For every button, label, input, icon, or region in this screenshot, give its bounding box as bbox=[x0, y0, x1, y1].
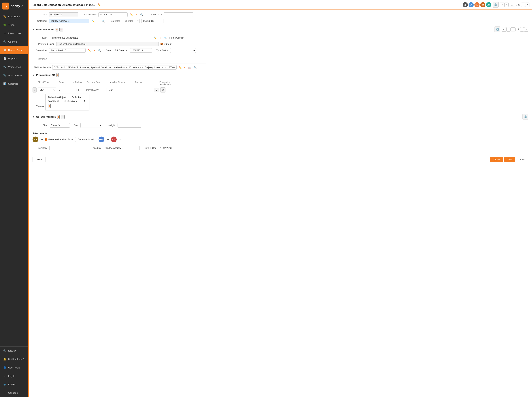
remarks-textarea[interactable] bbox=[49, 55, 206, 63]
sidebar-item-record-sets[interactable]: 📋 Record Sets bbox=[0, 46, 28, 54]
in-question-checkbox[interactable] bbox=[169, 37, 172, 39]
col-obj-attr-settings-button[interactable]: ⚙️ bbox=[522, 114, 528, 120]
cat-number-input[interactable] bbox=[49, 12, 78, 17]
sidebar-item-search[interactable]: 🔍 Search bbox=[0, 347, 28, 355]
weight-input[interactable] bbox=[118, 123, 141, 128]
count-input[interactable] bbox=[57, 88, 67, 92]
first-page-button[interactable]: « bbox=[500, 3, 504, 7]
remove-col-obj-attr-button[interactable]: — bbox=[61, 115, 64, 119]
search-accession-button[interactable]: 🔍 bbox=[140, 13, 144, 16]
col-obj-collapse-icon[interactable]: ▼ bbox=[32, 116, 35, 118]
date-edited-input[interactable]: 11/07/2013 bbox=[159, 146, 188, 150]
det-last-button[interactable]: » bbox=[524, 27, 528, 32]
delete-tissue-button[interactable]: 🗑 bbox=[83, 100, 86, 103]
add-taxon-button[interactable]: + bbox=[159, 36, 162, 40]
add-accession-button[interactable]: + bbox=[135, 13, 138, 16]
cat-date-input[interactable] bbox=[142, 19, 163, 23]
date-type-select[interactable]: Full Date bbox=[113, 48, 128, 53]
sidebar-item-queries[interactable]: 🔍 Queries bbox=[0, 37, 28, 46]
remove-determination-button[interactable]: — bbox=[59, 28, 63, 31]
edit-fieldno-button[interactable]: ✏️ bbox=[178, 66, 182, 69]
add-cataloger-button[interactable]: + bbox=[97, 19, 100, 23]
det-next-button[interactable]: › bbox=[520, 27, 524, 32]
sidebar-item-trees[interactable]: 🌿 Trees bbox=[0, 21, 28, 29]
det-prev-button[interactable]: ‹ bbox=[507, 27, 510, 32]
search-taxon-button[interactable]: 🔍 bbox=[163, 36, 168, 40]
on-loan-checkbox[interactable] bbox=[76, 89, 79, 91]
current-checkbox[interactable] bbox=[161, 43, 163, 45]
add-button[interactable]: Add bbox=[504, 157, 515, 162]
det-settings-button[interactable]: ⚙️ bbox=[494, 26, 500, 32]
obj-type-select[interactable]: EtOH bbox=[38, 87, 56, 92]
generate-label-button[interactable]: Generate Label bbox=[75, 137, 96, 142]
sidebar-item-interactions[interactable]: ⇄ Interactions bbox=[0, 29, 28, 37]
sidebar-item-login[interactable]: ← Log In bbox=[0, 372, 28, 380]
delete-prep-button[interactable]: 🗑 bbox=[160, 87, 165, 93]
cit-badge[interactable]: Cit bbox=[111, 136, 117, 142]
co-badge[interactable]: CO bbox=[474, 2, 480, 7]
co-badge[interactable]: Co bbox=[32, 136, 38, 142]
loc-badge[interactable]: Loc bbox=[486, 2, 491, 7]
add-record-button[interactable]: + bbox=[103, 3, 106, 6]
edit-record-button[interactable]: ✏️ bbox=[97, 3, 102, 6]
type-status-select[interactable] bbox=[170, 48, 196, 53]
cat-date-type-select[interactable]: Full Date Year Month/Year bbox=[122, 19, 140, 23]
accession-input[interactable] bbox=[98, 12, 128, 17]
cataloger-input[interactable] bbox=[49, 19, 89, 23]
dna-badge[interactable]: DNA bbox=[99, 136, 104, 142]
gen-label-checkbox[interactable] bbox=[45, 138, 47, 141]
edit-cataloger-button[interactable]: ✏️ bbox=[91, 19, 95, 23]
add-tissue-button[interactable]: + bbox=[48, 104, 51, 108]
delete-button[interactable]: Delete bbox=[32, 157, 46, 162]
edit-determiner-button[interactable]: ✏️ bbox=[88, 49, 91, 52]
edit-accession-button[interactable]: ✏️ bbox=[129, 13, 133, 16]
determiner-input[interactable]: Bloom, Devin D bbox=[49, 48, 86, 53]
save-button[interactable]: Save bbox=[517, 157, 528, 162]
settings-button[interactable]: ⚙️ bbox=[493, 2, 499, 8]
add-determination-button[interactable]: + bbox=[56, 28, 58, 31]
edit-taxon-button[interactable]: ✏️ bbox=[153, 36, 157, 40]
preferred-taxon-input[interactable]: Hoplerythrinus unitaeniatus bbox=[56, 42, 159, 46]
sex-select[interactable] bbox=[81, 123, 102, 128]
clone-button[interactable]: Clone bbox=[490, 157, 503, 162]
add-determiner-button[interactable]: + bbox=[93, 49, 96, 52]
add-col-obj-attr-button[interactable]: + bbox=[57, 115, 60, 119]
sidebar-item-user-tools[interactable]: 👤 User Tools bbox=[0, 363, 28, 372]
next-page-button[interactable]: › bbox=[521, 3, 525, 7]
det-page-input[interactable] bbox=[510, 27, 516, 31]
fieldno-input[interactable]: DDB 13-14: 2013-08-22: Suriname, Sipaliw… bbox=[52, 65, 177, 70]
sidebar-item-collapse[interactable]: ← Collapse bbox=[0, 389, 28, 397]
prep-collapse-icon[interactable]: ▼ bbox=[32, 74, 35, 76]
sidebar-item-reports[interactable]: 📄 Reports bbox=[0, 54, 28, 63]
inventory-input[interactable] bbox=[49, 146, 86, 150]
edited-by-input[interactable]: Bentley, Andrew C bbox=[103, 146, 140, 150]
prev-page-button[interactable]: ‹ bbox=[504, 3, 508, 7]
search-cataloger-button[interactable]: 🔍 bbox=[101, 19, 105, 23]
tax-badge[interactable]: Tax bbox=[480, 2, 485, 7]
taxon-input[interactable]: Hoplerythrinus unitaeniatus bbox=[49, 36, 151, 40]
search-fieldno-button[interactable]: 🔍 bbox=[193, 66, 197, 69]
sidebar-item-statistics[interactable]: 📊 Statistics bbox=[0, 80, 28, 88]
search-determiner-button[interactable]: 🔍 bbox=[98, 49, 102, 52]
det-first-button[interactable]: « bbox=[502, 27, 506, 32]
last-page-button[interactable]: » bbox=[525, 3, 529, 7]
sidebar-item-attachments[interactable]: 📎 Attachments bbox=[0, 71, 28, 80]
prev-exch-input[interactable] bbox=[164, 12, 193, 17]
sidebar-item-notifications[interactable]: 🔔 Notifications: 0 bbox=[0, 355, 28, 363]
det-collapse-icon[interactable]: ▼ bbox=[32, 28, 35, 31]
remove-record-button[interactable]: — bbox=[108, 3, 112, 6]
sidebar-item-workbench[interactable]: 🔧 WorkBench bbox=[0, 63, 28, 71]
prep-date-input[interactable] bbox=[85, 88, 107, 92]
prep-remarks-input[interactable] bbox=[131, 88, 153, 92]
page-number-input[interactable]: 1 bbox=[508, 3, 515, 7]
sidebar-item-ku-fish[interactable]: 🐟 KU Fish bbox=[0, 380, 28, 389]
add-fieldno-button[interactable]: + bbox=[184, 66, 186, 69]
date-input[interactable]: 10/04/2013 bbox=[130, 48, 152, 53]
sidebar-item-data-entry[interactable]: ✏️ Data Entry bbox=[0, 12, 28, 21]
image-badge[interactable]: 🖼 bbox=[463, 2, 468, 7]
sn-badge[interactable]: SN bbox=[469, 2, 474, 7]
book-fieldno-button[interactable]: 📖 bbox=[188, 66, 192, 69]
expand-prep-button[interactable]: › bbox=[32, 87, 37, 93]
voucher-input[interactable] bbox=[108, 88, 130, 92]
size-input[interactable] bbox=[50, 123, 70, 128]
